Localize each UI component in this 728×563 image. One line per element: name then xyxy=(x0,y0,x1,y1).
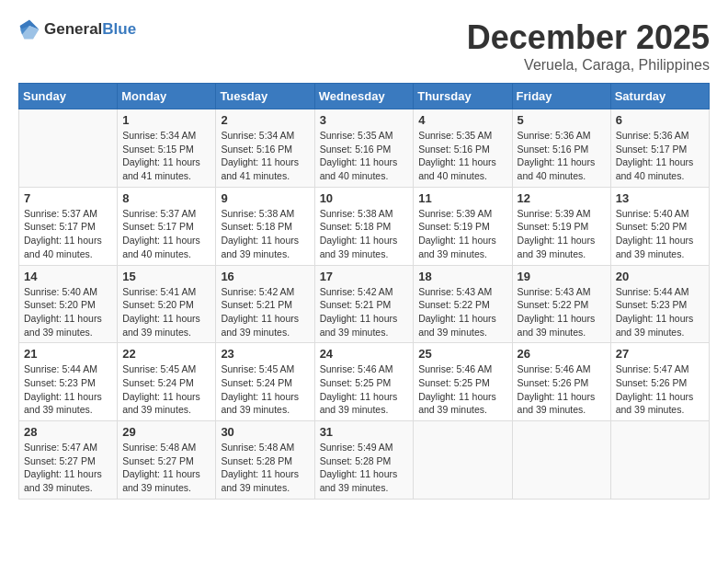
calendar-cell: 7Sunrise: 5:37 AMSunset: 5:17 PMDaylight… xyxy=(19,187,118,265)
day-info: Sunrise: 5:37 AMSunset: 5:17 PMDaylight:… xyxy=(24,207,112,261)
header: GeneralBlue December 2025 Veruela, Carag… xyxy=(18,18,710,74)
day-info: Sunrise: 5:40 AMSunset: 5:20 PMDaylight:… xyxy=(24,285,112,339)
day-info: Sunrise: 5:35 AMSunset: 5:16 PMDaylight:… xyxy=(418,129,506,183)
day-info: Sunrise: 5:41 AMSunset: 5:20 PMDaylight:… xyxy=(122,285,210,339)
logo-text-general: General xyxy=(44,20,102,38)
day-info: Sunrise: 5:48 AMSunset: 5:28 PMDaylight:… xyxy=(221,441,309,495)
day-number: 13 xyxy=(616,191,704,205)
calendar-cell: 30Sunrise: 5:48 AMSunset: 5:28 PMDayligh… xyxy=(216,421,314,500)
calendar-cell: 31Sunrise: 5:49 AMSunset: 5:28 PMDayligh… xyxy=(314,421,414,500)
calendar-cell: 28Sunrise: 5:47 AMSunset: 5:27 PMDayligh… xyxy=(19,421,118,500)
subtitle: Veruela, Caraga, Philippines xyxy=(467,57,710,74)
calendar-cell: 14Sunrise: 5:40 AMSunset: 5:20 PMDayligh… xyxy=(19,265,118,343)
calendar-body: 1Sunrise: 5:34 AMSunset: 5:15 PMDaylight… xyxy=(19,109,710,500)
calendar-cell xyxy=(19,109,118,188)
day-number: 20 xyxy=(616,270,704,283)
day-info: Sunrise: 5:39 AMSunset: 5:19 PMDaylight:… xyxy=(418,207,506,261)
title-area: December 2025 Veruela, Caraga, Philippin… xyxy=(467,18,710,74)
calendar-cell xyxy=(414,421,512,500)
day-info: Sunrise: 5:47 AMSunset: 5:27 PMDaylight:… xyxy=(24,441,112,495)
logo-icon xyxy=(18,18,40,40)
calendar-cell: 4Sunrise: 5:35 AMSunset: 5:16 PMDaylight… xyxy=(414,109,512,188)
day-number: 12 xyxy=(518,191,606,205)
day-number: 2 xyxy=(221,113,309,127)
col-thursday: Thursday xyxy=(414,84,512,109)
day-number: 19 xyxy=(518,270,606,283)
day-number: 25 xyxy=(418,347,506,361)
calendar-cell: 24Sunrise: 5:46 AMSunset: 5:25 PMDayligh… xyxy=(314,343,414,421)
calendar-cell: 5Sunrise: 5:36 AMSunset: 5:16 PMDaylight… xyxy=(512,109,610,188)
day-number: 15 xyxy=(122,270,210,283)
day-number: 27 xyxy=(616,347,704,361)
day-info: Sunrise: 5:36 AMSunset: 5:16 PMDaylight:… xyxy=(518,129,606,183)
day-number: 5 xyxy=(518,113,606,127)
day-info: Sunrise: 5:38 AMSunset: 5:18 PMDaylight:… xyxy=(320,207,409,261)
header-row: Sunday Monday Tuesday Wednesday Thursday… xyxy=(19,84,710,109)
calendar-cell: 10Sunrise: 5:38 AMSunset: 5:18 PMDayligh… xyxy=(314,187,414,265)
day-number: 23 xyxy=(221,347,309,361)
day-info: Sunrise: 5:46 AMSunset: 5:26 PMDaylight:… xyxy=(518,362,606,417)
calendar-cell: 23Sunrise: 5:45 AMSunset: 5:24 PMDayligh… xyxy=(216,343,314,421)
calendar-cell: 11Sunrise: 5:39 AMSunset: 5:19 PMDayligh… xyxy=(414,187,512,265)
day-info: Sunrise: 5:42 AMSunset: 5:21 PMDaylight:… xyxy=(320,285,409,339)
day-number: 1 xyxy=(122,113,210,127)
calendar-week-4: 21Sunrise: 5:44 AMSunset: 5:23 PMDayligh… xyxy=(19,343,710,421)
day-number: 21 xyxy=(24,347,112,361)
logo: GeneralBlue xyxy=(18,18,136,40)
day-info: Sunrise: 5:44 AMSunset: 5:23 PMDaylight:… xyxy=(616,285,704,339)
calendar-week-1: 1Sunrise: 5:34 AMSunset: 5:15 PMDaylight… xyxy=(19,109,710,188)
day-number: 18 xyxy=(418,270,506,283)
calendar-cell: 17Sunrise: 5:42 AMSunset: 5:21 PMDayligh… xyxy=(314,265,414,343)
calendar-cell: 26Sunrise: 5:46 AMSunset: 5:26 PMDayligh… xyxy=(512,343,610,421)
day-info: Sunrise: 5:46 AMSunset: 5:25 PMDaylight:… xyxy=(418,362,506,417)
col-sunday: Sunday xyxy=(19,84,118,109)
day-info: Sunrise: 5:43 AMSunset: 5:22 PMDaylight:… xyxy=(518,285,606,339)
calendar-table: Sunday Monday Tuesday Wednesday Thursday… xyxy=(18,83,710,500)
day-info: Sunrise: 5:46 AMSunset: 5:25 PMDaylight:… xyxy=(320,362,409,417)
day-info: Sunrise: 5:39 AMSunset: 5:19 PMDaylight:… xyxy=(518,207,606,261)
logo-text-blue: Blue xyxy=(102,20,136,38)
day-info: Sunrise: 5:49 AMSunset: 5:28 PMDaylight:… xyxy=(320,441,409,495)
day-number: 30 xyxy=(221,425,309,439)
calendar-week-2: 7Sunrise: 5:37 AMSunset: 5:17 PMDaylight… xyxy=(19,187,710,265)
day-number: 8 xyxy=(122,191,210,205)
day-info: Sunrise: 5:35 AMSunset: 5:16 PMDaylight:… xyxy=(320,129,409,183)
col-friday: Friday xyxy=(512,84,610,109)
calendar-cell: 16Sunrise: 5:42 AMSunset: 5:21 PMDayligh… xyxy=(216,265,314,343)
calendar-cell: 18Sunrise: 5:43 AMSunset: 5:22 PMDayligh… xyxy=(414,265,512,343)
col-saturday: Saturday xyxy=(610,84,709,109)
day-number: 6 xyxy=(616,113,704,127)
day-number: 11 xyxy=(418,191,506,205)
day-number: 17 xyxy=(320,270,409,283)
day-number: 28 xyxy=(24,425,112,439)
day-number: 14 xyxy=(24,270,112,283)
calendar-cell: 1Sunrise: 5:34 AMSunset: 5:15 PMDaylight… xyxy=(118,109,216,188)
calendar-cell: 29Sunrise: 5:48 AMSunset: 5:27 PMDayligh… xyxy=(118,421,216,500)
day-number: 29 xyxy=(122,425,210,439)
day-info: Sunrise: 5:48 AMSunset: 5:27 PMDaylight:… xyxy=(122,441,210,495)
calendar-cell: 22Sunrise: 5:45 AMSunset: 5:24 PMDayligh… xyxy=(118,343,216,421)
calendar-cell: 19Sunrise: 5:43 AMSunset: 5:22 PMDayligh… xyxy=(512,265,610,343)
day-info: Sunrise: 5:44 AMSunset: 5:23 PMDaylight:… xyxy=(24,362,112,417)
calendar-header: Sunday Monday Tuesday Wednesday Thursday… xyxy=(19,84,710,109)
day-info: Sunrise: 5:45 AMSunset: 5:24 PMDaylight:… xyxy=(122,362,210,417)
day-number: 10 xyxy=(320,191,409,205)
day-info: Sunrise: 5:47 AMSunset: 5:26 PMDaylight:… xyxy=(616,362,704,417)
calendar-cell: 13Sunrise: 5:40 AMSunset: 5:20 PMDayligh… xyxy=(610,187,709,265)
calendar-cell: 9Sunrise: 5:38 AMSunset: 5:18 PMDaylight… xyxy=(216,187,314,265)
calendar-cell: 3Sunrise: 5:35 AMSunset: 5:16 PMDaylight… xyxy=(314,109,414,188)
calendar-cell xyxy=(512,421,610,500)
col-monday: Monday xyxy=(118,84,216,109)
day-number: 22 xyxy=(122,347,210,361)
calendar-cell: 6Sunrise: 5:36 AMSunset: 5:17 PMDaylight… xyxy=(610,109,709,188)
day-info: Sunrise: 5:40 AMSunset: 5:20 PMDaylight:… xyxy=(616,207,704,261)
calendar-week-5: 28Sunrise: 5:47 AMSunset: 5:27 PMDayligh… xyxy=(19,421,710,500)
calendar-cell: 20Sunrise: 5:44 AMSunset: 5:23 PMDayligh… xyxy=(610,265,709,343)
day-number: 16 xyxy=(221,270,309,283)
calendar-cell xyxy=(610,421,709,500)
col-wednesday: Wednesday xyxy=(314,84,414,109)
day-info: Sunrise: 5:34 AMSunset: 5:16 PMDaylight:… xyxy=(221,129,309,183)
calendar-cell: 25Sunrise: 5:46 AMSunset: 5:25 PMDayligh… xyxy=(414,343,512,421)
day-info: Sunrise: 5:45 AMSunset: 5:24 PMDaylight:… xyxy=(221,362,309,417)
day-number: 9 xyxy=(221,191,309,205)
